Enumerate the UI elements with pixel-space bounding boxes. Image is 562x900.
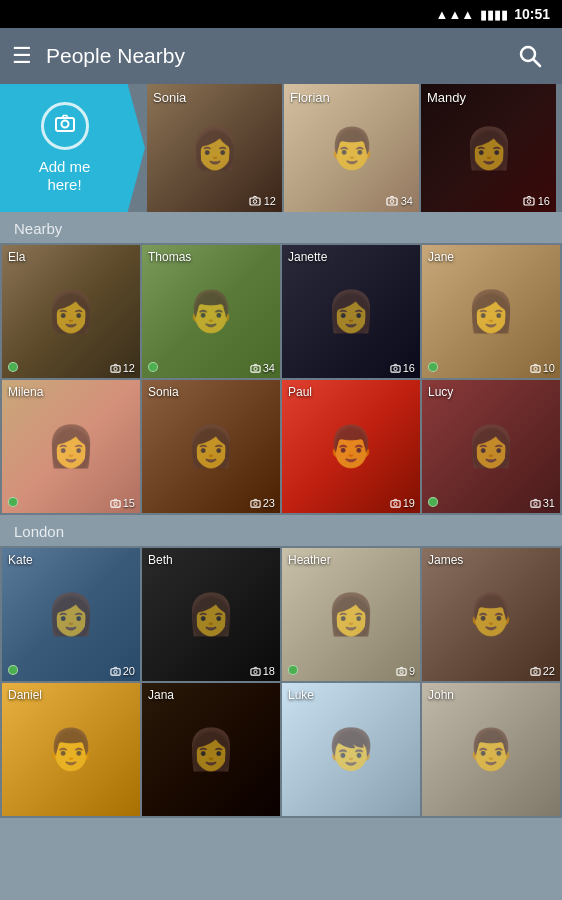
svg-rect-26	[111, 668, 120, 674]
person-card-james[interactable]: 👨 James 22	[422, 548, 560, 681]
svg-rect-32	[531, 668, 540, 674]
card-photos-heather: 9	[396, 665, 415, 677]
person-card-janette[interactable]: 👩 Janette 16	[282, 245, 420, 378]
card-name-jana: Jana	[148, 688, 174, 702]
status-bar: ▲▲▲ ▮▮▮▮ 10:51	[0, 0, 562, 28]
online-indicator-thomas	[148, 362, 158, 372]
card-name-lucy: Lucy	[428, 385, 453, 399]
svg-point-7	[390, 200, 394, 204]
featured-person-florian[interactable]: 👨 Florian 34	[284, 84, 419, 212]
svg-point-5	[253, 200, 257, 204]
person-card-jane[interactable]: 👩 Jane 10	[422, 245, 560, 378]
add-me-card[interactable]: Add mehere!	[0, 84, 145, 212]
card-name-luke: Luke	[288, 688, 314, 702]
person-card-jana[interactable]: 👩 Jana	[142, 683, 280, 816]
svg-point-15	[394, 367, 397, 370]
card-name-janette: Janette	[288, 250, 327, 264]
svg-rect-20	[251, 500, 260, 506]
featured-name-sonia: Sonia	[153, 90, 186, 105]
app-title: People Nearby	[46, 44, 496, 68]
card-name-jane: Jane	[428, 250, 454, 264]
svg-rect-10	[111, 365, 120, 371]
person-card-luke[interactable]: 👦 Luke	[282, 683, 420, 816]
search-button[interactable]	[510, 36, 550, 76]
person-card-daniel[interactable]: 👨 Daniel	[2, 683, 140, 816]
svg-rect-28	[251, 668, 260, 674]
camera-circle	[41, 102, 89, 150]
featured-photos-florian: 34	[386, 195, 413, 207]
svg-point-25	[534, 502, 537, 505]
card-name-ela: Ela	[8, 250, 25, 264]
card-photos-ela: 12	[110, 362, 135, 374]
card-photos-sonia2: 23	[250, 497, 275, 509]
card-photos-jane: 10	[530, 362, 555, 374]
person-card-lucy[interactable]: 👩 Lucy 31	[422, 380, 560, 513]
person-card-john[interactable]: 👨 John	[422, 683, 560, 816]
card-photos-milena: 15	[110, 497, 135, 509]
person-card-beth[interactable]: 👩 Beth 18	[142, 548, 280, 681]
section-header-nearby: Nearby	[0, 212, 562, 243]
hamburger-icon[interactable]: ☰	[12, 45, 32, 67]
svg-rect-22	[391, 500, 400, 506]
camera-icon	[54, 112, 76, 140]
wifi-icon: ▲▲▲	[436, 7, 475, 22]
svg-point-9	[527, 200, 531, 204]
featured-photos-sonia: 12	[249, 195, 276, 207]
nearby-grid: 👩 Ela 12 👨 Thomas 34 👩 Janette 16	[0, 243, 562, 515]
battery-icon: ▮▮▮▮	[480, 7, 508, 22]
status-time: 10:51	[514, 6, 550, 22]
featured-photos-mandy: 16	[523, 195, 550, 207]
svg-rect-6	[387, 198, 397, 205]
card-name-john: John	[428, 688, 454, 702]
online-indicator-kate	[8, 665, 18, 675]
card-photos-paul: 19	[390, 497, 415, 509]
card-name-kate: Kate	[8, 553, 33, 567]
person-card-ela[interactable]: 👩 Ela 12	[2, 245, 140, 378]
london-grid: 👩 Kate 20 👩 Beth 18 👩 Heather 9	[0, 546, 562, 818]
card-photos-thomas: 34	[250, 362, 275, 374]
person-card-paul[interactable]: 👨 Paul 19	[282, 380, 420, 513]
svg-rect-8	[524, 198, 534, 205]
svg-rect-30	[397, 668, 406, 674]
svg-point-21	[254, 502, 257, 505]
card-name-paul: Paul	[288, 385, 312, 399]
svg-rect-24	[531, 500, 540, 506]
top-bar: ☰ People Nearby	[0, 28, 562, 84]
person-card-milena[interactable]: 👩 Milena 15	[2, 380, 140, 513]
featured-row: Add mehere! 👩 Sonia 12 👨 Florian 34 👩 Ma…	[0, 84, 562, 212]
card-photos-kate: 20	[110, 665, 135, 677]
featured-name-florian: Florian	[290, 90, 330, 105]
online-indicator-lucy	[428, 497, 438, 507]
section-header-london: London	[0, 515, 562, 546]
svg-line-1	[534, 60, 541, 67]
person-card-heather[interactable]: 👩 Heather 9	[282, 548, 420, 681]
online-indicator-ela	[8, 362, 18, 372]
online-indicator-heather	[288, 665, 298, 675]
online-indicator-milena	[8, 497, 18, 507]
main-content: Add mehere! 👩 Sonia 12 👨 Florian 34 👩 Ma…	[0, 84, 562, 900]
svg-point-13	[254, 367, 257, 370]
card-photos-beth: 18	[250, 665, 275, 677]
person-card-sonia2[interactable]: 👩 Sonia 23	[142, 380, 280, 513]
card-name-beth: Beth	[148, 553, 173, 567]
card-name-daniel: Daniel	[8, 688, 42, 702]
svg-point-19	[114, 502, 117, 505]
card-name-james: James	[428, 553, 463, 567]
svg-rect-14	[391, 365, 400, 371]
card-name-thomas: Thomas	[148, 250, 191, 264]
svg-point-23	[394, 502, 397, 505]
svg-rect-4	[250, 198, 260, 205]
svg-point-29	[254, 670, 257, 673]
person-card-thomas[interactable]: 👨 Thomas 34	[142, 245, 280, 378]
featured-person-mandy[interactable]: 👩 Mandy 16	[421, 84, 556, 212]
featured-person-sonia[interactable]: 👩 Sonia 12	[147, 84, 282, 212]
svg-rect-18	[111, 500, 120, 506]
card-photos-lucy: 31	[530, 497, 555, 509]
svg-point-33	[534, 670, 537, 673]
svg-point-27	[114, 670, 117, 673]
person-card-kate[interactable]: 👩 Kate 20	[2, 548, 140, 681]
svg-rect-16	[531, 365, 540, 371]
online-indicator-jane	[428, 362, 438, 372]
card-name-milena: Milena	[8, 385, 43, 399]
svg-point-3	[61, 121, 68, 128]
